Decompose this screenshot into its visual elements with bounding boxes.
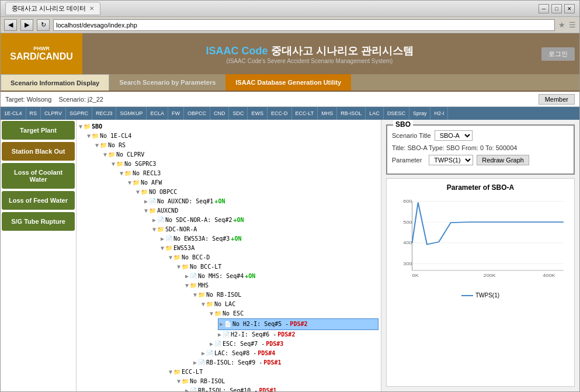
sidebar-item-sg-tube[interactable]: S/G Tube Rupture xyxy=(2,212,75,231)
tree-node-escseq7[interactable]: ▶📄 ESC: Seq#7 - PDS#3 xyxy=(210,339,378,349)
login-button[interactable]: 로그인 xyxy=(541,47,575,61)
nav-lac[interactable]: LAC xyxy=(366,107,384,120)
svg-text:500: 500 xyxy=(403,219,412,224)
header-center: ISAAC Code 중대사고 시나리오 관리시스템 (ISAAC Code's… xyxy=(82,33,537,74)
tree-node-nolac[interactable]: ▼📁No LAC xyxy=(202,300,378,309)
nav-spray[interactable]: Spray xyxy=(409,107,431,120)
nav-ecclt[interactable]: ECC-LT xyxy=(292,107,318,120)
tree-node-no1ecl4[interactable]: ▼📁No 1E-CL4 xyxy=(87,131,378,141)
browser-tab[interactable]: 중대사고 시나리오 데이터 ✕ xyxy=(5,2,100,15)
tree-node-nobcclt[interactable]: ▼📁No BCC-LT xyxy=(177,262,378,272)
tree-node-norecl3[interactable]: ▼📁No RECL3 xyxy=(120,169,378,178)
node-label-sbo: SBO xyxy=(92,122,102,131)
tree-node-nosdcnora[interactable]: ▶📄 No SDC-NOR-A: Seq#2 +ON xyxy=(152,216,378,225)
tree-node-noh2-selected[interactable]: ▶📄 No H2-I: Seq#5 - PDS#2 xyxy=(218,318,378,330)
svg-text:600: 600 xyxy=(403,199,412,204)
chart-line xyxy=(412,202,564,244)
sidebar-item-loss-feed[interactable]: Loss of Feed Water xyxy=(2,191,75,210)
tree-node-ecclt[interactable]: ▼📁ECC-LT xyxy=(169,367,378,377)
tree-node-ews53a[interactable]: ▼📁EWS53A xyxy=(161,244,378,253)
nav-rs[interactable]: RS xyxy=(26,107,41,120)
scenario-bar: Target: Wolsong Scenario: j2_22 Member xyxy=(1,92,579,107)
chart-svg: 600 500 400 300 xyxy=(391,195,569,289)
svg-text:200K: 200K xyxy=(484,273,496,278)
tree-node-norbisol2[interactable]: ▼📁No RB-ISOL xyxy=(177,377,378,386)
chart-legend: TWPS(1) xyxy=(391,292,569,299)
nav-ecla[interactable]: ECLA xyxy=(147,107,168,120)
tree-node-rbisolseq9[interactable]: ▶📄 RB-ISOL: Seq#9 - PDS#1 xyxy=(193,358,378,367)
header-subtitle: (ISAAC Code's Severe Accident Scenario M… xyxy=(227,58,393,64)
parameter-select[interactable]: TWPS(1) xyxy=(429,155,473,165)
menu-icon[interactable]: ☰ xyxy=(569,20,576,29)
nav-mhs[interactable]: MHS xyxy=(318,107,337,120)
parameter-label: Parameter xyxy=(392,157,422,164)
target-label: Target: Wolsong Scenario: j2_22 xyxy=(5,96,103,103)
tree-node-nomhs[interactable]: ▶📄 No MHS: Seq#4 +ON xyxy=(185,272,378,281)
tree-node-nobccd[interactable]: ▼📁No BCC-D xyxy=(169,253,378,262)
nav-recj3[interactable]: RECJ3 xyxy=(92,107,117,120)
tree-node-h2seq6[interactable]: ▶📄 H2-I: Seq#6 - PDS#2 xyxy=(218,330,378,339)
logo-brand: SARD/CANDU xyxy=(10,51,73,62)
nav-h2i[interactable]: H2-I xyxy=(430,107,448,120)
tree-node-norbisol[interactable]: ▼📁No RB-ISOL xyxy=(193,290,378,300)
tree-node-mhs[interactable]: ▼📁MHS xyxy=(185,281,378,290)
maximize-button[interactable]: □ xyxy=(551,4,562,13)
back-button[interactable]: ◀ xyxy=(4,19,17,31)
redraw-button[interactable]: Redraw Graph xyxy=(477,155,529,165)
tree-node-nosgprc3[interactable]: ▼📁No SGPRC3 xyxy=(112,159,378,169)
nav-clprv[interactable]: CLPRV xyxy=(41,107,66,120)
member-button[interactable]: Member xyxy=(539,94,575,105)
tab-scenario-info[interactable]: Scenario Information Display xyxy=(1,74,109,91)
sidebar-item-station-blackout[interactable]: Station Black Out xyxy=(2,142,75,161)
refresh-button[interactable]: ↻ xyxy=(37,19,50,31)
nav-dsesc[interactable]: DSESC xyxy=(384,107,409,120)
svg-text:0K: 0K xyxy=(412,273,419,278)
nav-sdc[interactable]: SDC xyxy=(229,107,248,120)
scenario-title-label: Scenario Title xyxy=(392,132,431,139)
nav-toolbar: 1E-CL4 RS CLPRV SGPRC RECJ3 SGMKUP ECLA … xyxy=(1,107,579,120)
tree-node-lacseq8[interactable]: ▶📄 LAC: Seq#8 - PDS#4 xyxy=(202,349,378,358)
tree-node-auxcnd[interactable]: ▼📁AUXCND xyxy=(144,206,378,216)
logo-section: PHWR SARD/CANDU xyxy=(1,33,82,74)
browser-titlebar: 중대사고 시나리오 데이터 ✕ ─ □ ✕ xyxy=(1,1,579,17)
sidebar-item-loss-coolant[interactable]: Loss of Coolant Water xyxy=(2,163,75,189)
nav-cnd[interactable]: CND xyxy=(210,107,230,120)
tree-node-noauxcnd[interactable]: ▶📄 No AUXCND: Seq#1 +ON xyxy=(144,197,378,206)
tree-node-noafw[interactable]: ▼📁No AFW xyxy=(128,178,378,188)
sbo-info-line: Title: SBO-A Type: SBO From: 0 To: 50000… xyxy=(392,144,569,151)
nav-sgmkup[interactable]: SGMKUP xyxy=(116,107,147,120)
app-header: PHWR SARD/CANDU ISAAC Code 중대사고 시나리오 관리시… xyxy=(1,33,579,74)
forward-button[interactable]: ▶ xyxy=(20,19,33,31)
tree-area[interactable]: ▼ 📁 SBO ▼📁No 1E-CL4 ▼📁No RS xyxy=(77,120,381,391)
nav-1ecl4[interactable]: 1E-CL4 xyxy=(1,107,26,120)
right-panel: SBO Scenario Title SBO-A Title: SBO-A Ty… xyxy=(381,120,579,391)
nav-fw[interactable]: FW xyxy=(168,107,184,120)
nav-rbisol[interactable]: RB-ISOL xyxy=(337,107,366,120)
tab-search-scenario[interactable]: Search Scenario by Parameters xyxy=(109,74,225,91)
nav-sgprc[interactable]: SGPRC xyxy=(66,107,92,120)
tab-db-generation[interactable]: ISAAC Database Generation Utility xyxy=(225,74,351,91)
nav-obpcc[interactable]: OBPCC xyxy=(184,107,210,120)
address-input[interactable] xyxy=(53,19,555,31)
browser-controls: ─ □ ✕ xyxy=(539,4,575,13)
app-container: PHWR SARD/CANDU ISAAC Code 중대사고 시나리오 관리시… xyxy=(1,33,579,391)
tree-node-noesc[interactable]: ▼📁No ESC xyxy=(210,309,378,318)
sidebar-item-target-plant[interactable]: Target Plant xyxy=(2,121,75,140)
bookmark-icon[interactable]: ★ xyxy=(558,20,565,29)
tree-node-sdcnora[interactable]: ▼📁SDC-NOR-A xyxy=(152,225,378,234)
tab-close-icon[interactable]: ✕ xyxy=(89,5,94,12)
tab-title: 중대사고 시나리오 데이터 xyxy=(12,4,86,13)
scenario-title-select[interactable]: SBO-A xyxy=(435,130,473,141)
close-button[interactable]: ✕ xyxy=(564,4,575,13)
tree-node-noews53a[interactable]: ▶📄 No EWS53A: Seq#3 +ON xyxy=(161,234,378,244)
nav-ews[interactable]: EWS xyxy=(248,107,268,120)
tree-node-sbo[interactable]: ▼ 📁 SBO xyxy=(79,122,378,131)
left-sidebar: Target Plant Station Black Out Loss of C… xyxy=(1,120,77,391)
main-content: Target Plant Station Black Out Loss of C… xyxy=(1,120,579,391)
tree-node-noobpcc[interactable]: ▼📁NO OBPCC xyxy=(136,188,378,197)
tree-node-nors[interactable]: ▼📁No RS xyxy=(95,141,378,150)
nav-eccd[interactable]: ECC-D xyxy=(268,107,292,120)
minimize-button[interactable]: ─ xyxy=(539,4,549,13)
tree-node-rbisolseq10[interactable]: ▶📄 RB-ISOL: Seq#10 - PDS#1 xyxy=(185,386,378,391)
tree-node-noclprv[interactable]: ▼📁No CLPRV xyxy=(103,150,378,159)
